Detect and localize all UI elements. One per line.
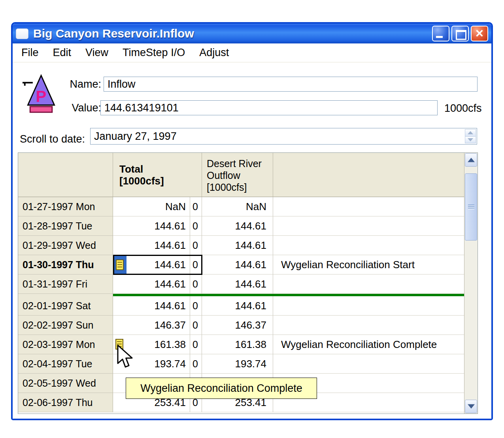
table-row: 01-31-1997 Fri 144.61 0 144.61 bbox=[18, 274, 464, 294]
svg-text:P: P bbox=[36, 87, 47, 105]
scroll-to-date-value: January 27, 1997 bbox=[94, 130, 177, 142]
row-date-label[interactable]: 01-28-1997 Tue bbox=[18, 216, 113, 236]
cell-note bbox=[273, 296, 464, 316]
selection-strip bbox=[113, 255, 126, 274]
minimize-button[interactable] bbox=[432, 26, 449, 41]
selected-cell-value: 144.61 bbox=[154, 259, 186, 271]
table-header-row: Total [1000cfs] Desert River Outflow [10… bbox=[18, 153, 464, 197]
vertical-scrollbar[interactable] bbox=[464, 153, 478, 414]
window-icon bbox=[16, 28, 28, 39]
row-date-label[interactable]: 02-06-1997 Thu bbox=[18, 393, 113, 412]
table-row: 02-03-1997 Mon 161.38 0 161.38 Wygelian … bbox=[18, 335, 464, 354]
cell-flag[interactable]: 0 bbox=[190, 296, 202, 316]
table-row: 01-28-1997 Tue 144.61 0 144.61 bbox=[18, 216, 464, 236]
cell-total-value[interactable]: 144.61 bbox=[113, 296, 190, 316]
cell-flag[interactable]: 0 bbox=[190, 316, 202, 335]
cell-outflow-value[interactable]: 144.61 bbox=[202, 236, 273, 255]
cell-note bbox=[273, 216, 464, 236]
value-input[interactable]: 144.613419101 bbox=[100, 100, 438, 115]
row-date-label[interactable]: 01-29-1997 Wed bbox=[18, 236, 113, 255]
cell-outflow-value[interactable]: 146.37 bbox=[202, 316, 273, 335]
cell-note bbox=[273, 197, 464, 216]
table-row: 02-02-1997 Sun 146.37 0 146.37 bbox=[18, 316, 464, 335]
cell-note bbox=[273, 354, 464, 374]
cell-flag[interactable]: 0 bbox=[190, 354, 202, 374]
row-date-label[interactable]: 02-02-1997 Sun bbox=[18, 316, 113, 335]
row-date-label[interactable]: 02-05-1997 Wed bbox=[18, 374, 113, 393]
scrollbar-up-button[interactable] bbox=[465, 153, 477, 167]
client-area: File Edit View TimeStep I/O Adjust P Nam… bbox=[13, 43, 491, 419]
titlebar[interactable]: Big Canyon Reservoir.Inflow ✕ bbox=[13, 24, 491, 43]
note-tooltip: Wygelian Reconciliation Complete bbox=[126, 378, 317, 399]
row-date-label[interactable]: 02-03-1997 Mon bbox=[18, 335, 113, 354]
cell-note: Wygelian Reconciliation Start bbox=[273, 255, 464, 274]
table-row: 01-27-1997 Mon NaN 0 NaN bbox=[18, 197, 464, 216]
cell-total-value[interactable]: 144.61 bbox=[113, 216, 190, 236]
menu-file[interactable]: File bbox=[21, 47, 39, 59]
spinner-down-icon bbox=[468, 138, 473, 141]
window-controls: ✕ bbox=[432, 26, 488, 41]
cell-total-value[interactable]: 144.61 bbox=[113, 236, 190, 255]
note-icon[interactable] bbox=[116, 259, 124, 270]
scroll-down-icon bbox=[468, 404, 475, 409]
spinner-down-button[interactable] bbox=[465, 137, 476, 144]
cell-total-value-selected[interactable]: 144.61 bbox=[113, 255, 190, 274]
scrollbar-down-button[interactable] bbox=[465, 400, 477, 413]
menu-adjust[interactable]: Adjust bbox=[199, 47, 229, 59]
menu-edit[interactable]: Edit bbox=[53, 47, 72, 59]
cell-flag[interactable]: 0 bbox=[190, 197, 202, 216]
menu-view[interactable]: View bbox=[85, 47, 108, 59]
spinner-up-button[interactable] bbox=[465, 129, 476, 137]
cell-outflow-value[interactable]: NaN bbox=[202, 197, 273, 216]
cell-total-value[interactable]: 144.61 bbox=[113, 274, 190, 294]
row-date-label[interactable]: 02-01-1997 Sat bbox=[18, 296, 113, 316]
menu-timestep-io[interactable]: TimeStep I/O bbox=[123, 47, 185, 59]
cell-note: Wygelian Reconciliation Complete bbox=[273, 335, 464, 354]
date-spinner bbox=[465, 129, 476, 143]
header-row-labels bbox=[18, 153, 113, 197]
cell-flag[interactable]: 0 bbox=[190, 335, 202, 354]
unit-label: 1000cfs bbox=[444, 102, 482, 115]
row-date-label[interactable]: 01-31-1997 Fri bbox=[18, 274, 113, 294]
cell-note bbox=[273, 274, 464, 294]
header-total-column[interactable]: Total [1000cfs] bbox=[113, 153, 202, 197]
header-notes-column bbox=[273, 153, 464, 197]
scrollbar-thumb[interactable] bbox=[465, 173, 477, 241]
cell-outflow-value[interactable]: 144.61 bbox=[202, 216, 273, 236]
cell-outflow-value[interactable]: 161.38 bbox=[202, 335, 273, 354]
scroll-up-icon bbox=[468, 158, 475, 162]
row-date-label[interactable]: 01-27-1997 Mon bbox=[18, 197, 113, 216]
table-row-selected: 01-30-1997 Thu 144.61 0 144.61 Wygelian … bbox=[18, 255, 464, 274]
cell-note bbox=[273, 236, 464, 255]
window-title: Big Canyon Reservoir.Inflow bbox=[33, 27, 194, 40]
cell-total-value[interactable]: NaN bbox=[113, 197, 190, 216]
close-button[interactable]: ✕ bbox=[471, 26, 488, 41]
series-slot-icon: P bbox=[22, 73, 60, 117]
scrollbar-grip-icon bbox=[468, 205, 474, 209]
header-outflow-column[interactable]: Desert River Outflow [1000cfs] bbox=[202, 153, 273, 197]
timeseries-table: Total [1000cfs] Desert River Outflow [10… bbox=[18, 152, 478, 414]
cell-flag[interactable]: 0 bbox=[190, 236, 202, 255]
table-row: 02-04-1997 Tue 193.74 0 193.74 bbox=[18, 354, 464, 374]
cell-flag[interactable]: 0 bbox=[190, 255, 202, 274]
app-window: Big Canyon Reservoir.Inflow ✕ File Edit … bbox=[11, 22, 493, 420]
cell-total-value[interactable]: 146.37 bbox=[113, 316, 190, 335]
cell-flag[interactable]: 0 bbox=[190, 274, 202, 294]
name-label: Name: bbox=[63, 77, 101, 92]
mouse-cursor-icon bbox=[116, 344, 134, 370]
screen: Big Canyon Reservoir.Inflow ✕ File Edit … bbox=[0, 0, 504, 438]
cell-outflow-value[interactable]: 144.61 bbox=[202, 255, 273, 274]
cell-outflow-value[interactable]: 144.61 bbox=[202, 296, 273, 316]
table-row: 02-01-1997 Sat 144.61 0 144.61 bbox=[18, 296, 464, 316]
cell-flag[interactable]: 0 bbox=[190, 216, 202, 236]
cell-outflow-value[interactable]: 144.61 bbox=[202, 274, 273, 294]
row-date-label[interactable]: 01-30-1997 Thu bbox=[18, 255, 113, 274]
row-date-label[interactable]: 02-04-1997 Tue bbox=[18, 354, 113, 374]
cell-outflow-value[interactable]: 193.74 bbox=[202, 354, 273, 374]
close-icon: ✕ bbox=[472, 26, 487, 41]
cell-note bbox=[273, 316, 464, 335]
menu-bar: File Edit View TimeStep I/O Adjust bbox=[13, 43, 491, 62]
scroll-to-date-input[interactable]: January 27, 1997 bbox=[90, 128, 477, 145]
maximize-button[interactable] bbox=[451, 26, 469, 41]
name-input[interactable]: Inflow bbox=[104, 77, 478, 92]
